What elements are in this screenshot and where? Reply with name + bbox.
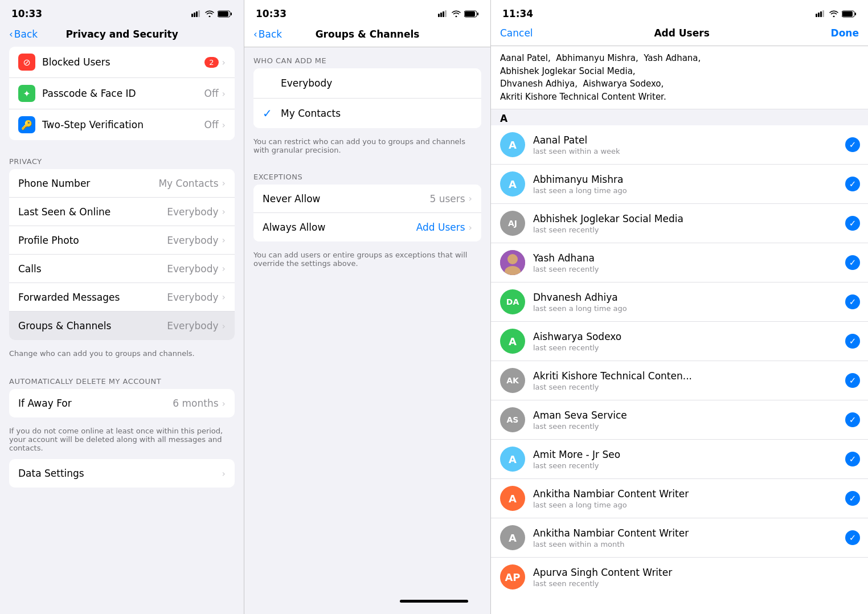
contact-info-aishwarya: Aishwarya Sodexo last seen recently [533, 331, 841, 352]
away-for-item[interactable]: If Away For 6 months › [9, 389, 235, 417]
contact-aman[interactable]: AS Aman Seva Service last seen recently … [491, 400, 868, 440]
contact-ankitha2[interactable]: A Ankitha Nambiar Content Writer last se… [491, 518, 868, 558]
chevron-calls: › [222, 263, 226, 274]
contact-info-ankitha2: Ankitha Nambiar Content Writer last seen… [533, 527, 841, 548]
cancel-button[interactable]: Cancel [500, 27, 533, 39]
avatar-dhvanesh: DA [500, 289, 525, 314]
profile-photo-label: Profile Photo [18, 235, 167, 246]
status-bar-2: 10:33 [244, 0, 490, 24]
profile-photo-value: Everybody [167, 235, 218, 246]
svg-rect-5 [218, 11, 228, 17]
contact-yash[interactable]: Yash Adhana last seen recently ✓ [491, 243, 868, 283]
svg-rect-15 [818, 13, 820, 17]
check-akriti: ✓ [845, 373, 860, 388]
everybody-option[interactable]: ✓ Everybody [253, 68, 481, 99]
svg-rect-7 [438, 14, 440, 17]
never-allow-value: 5 users [429, 193, 465, 204]
check-aanal: ✓ [845, 137, 860, 152]
contact-name-aman: Aman Seva Service [533, 410, 841, 421]
avatar-ankitha1: A [500, 486, 525, 511]
contact-info-amit: Amit More - Jr Seo last seen recently [533, 449, 841, 470]
contact-akriti[interactable]: AK Akriti Kishore Technical Conten... la… [491, 361, 868, 400]
never-allow-label: Never Allow [263, 193, 320, 204]
auto-delete-group: If Away For 6 months › [9, 389, 235, 417]
check-ankitha1: ✓ [845, 491, 860, 506]
profile-photo-item[interactable]: Profile Photo Everybody › [9, 226, 235, 255]
data-settings-item[interactable]: Data Settings › [9, 459, 235, 488]
back-chevron-icon-2: ‹ [253, 28, 257, 40]
avatar-aanal: A [500, 132, 525, 157]
done-button[interactable]: Done [831, 27, 859, 39]
back-button-1[interactable]: ‹ Back [9, 28, 38, 40]
contact-amit[interactable]: A Amit More - Jr Seo last seen recently … [491, 440, 868, 479]
contact-aishwarya[interactable]: A Aishwarya Sodexo last seen recently ✓ [491, 322, 868, 361]
passcode-label: Passcode & Face ID [42, 88, 204, 99]
contact-aanal-patel[interactable]: A Aanal Patel last seen within a week ✓ [491, 125, 868, 165]
contact-status-aishwarya: last seen recently [533, 343, 841, 352]
screen-groups-channels: 10:33 ‹ Back Groups & [244, 0, 491, 614]
forwarded-item[interactable]: Forwarded Messages Everybody › [9, 283, 235, 312]
my-contacts-option[interactable]: ✓ My Contacts [253, 99, 481, 128]
contact-status-ankitha2: last seen within a month [533, 540, 841, 548]
two-step-value: Off [204, 119, 219, 130]
always-allow-item[interactable]: Always Allow Add Users › [253, 213, 481, 241]
check-aishwarya: ✓ [845, 334, 860, 349]
contact-info-abhimanyu: Abhimanyu Mishra last seen a long time a… [533, 174, 841, 195]
check-ankitha2: ✓ [845, 530, 860, 545]
avatar-aishwarya: A [500, 329, 525, 354]
contact-status-dhvanesh: last seen a long time ago [533, 304, 841, 313]
contact-info-yash: Yash Adhana last seen recently [533, 252, 841, 273]
contact-abhishek[interactable]: AJ Abhishek Joglekar Social Media last s… [491, 204, 868, 243]
my-contacts-label: My Contacts [281, 108, 472, 119]
status-icons-2 [438, 10, 479, 18]
always-allow-label: Always Allow [263, 222, 325, 233]
page-title-2: Groups & Channels [316, 28, 420, 40]
contact-status-ankitha1: last seen a long time ago [533, 501, 841, 509]
blocked-icon: ⊘ [18, 54, 35, 71]
away-label: If Away For [18, 398, 173, 409]
two-step-item[interactable]: 🔑 Two-Step Verification Off › [9, 109, 235, 140]
chevron-away: › [222, 398, 226, 409]
chevron-fwd: › [222, 292, 226, 302]
contact-name-yash: Yash Adhana [533, 252, 841, 264]
contact-status-abhishek: last seen recently [533, 226, 841, 234]
screen-add-users: 11:34 Cancel Add Users Done [491, 0, 868, 614]
screen-privacy-security: 10:33 ‹ Back Privacy a [0, 0, 244, 614]
status-icons-3 [816, 10, 857, 18]
check-abhimanyu: ✓ [845, 177, 860, 191]
last-seen-item[interactable]: Last Seen & Online Everybody › [9, 198, 235, 226]
contact-apurva[interactable]: AP Apurva Singh Content Writer last seen… [491, 558, 868, 596]
blocked-users-item[interactable]: ⊘ Blocked Users 2 › [9, 47, 235, 78]
auto-delete-note: If you do not come online at least once … [0, 422, 244, 459]
contact-name-dhvanesh: Dhvanesh Adhiya [533, 292, 841, 303]
never-allow-item[interactable]: Never Allow 5 users › [253, 185, 481, 213]
contact-name-abhishek: Abhishek Joglekar Social Media [533, 213, 841, 224]
passcode-item[interactable]: ✦ Passcode & Face ID Off › [9, 78, 235, 109]
contact-abhimanyu[interactable]: A Abhimanyu Mishra last seen a long time… [491, 165, 868, 204]
contact-status-akriti: last seen recently [533, 383, 841, 391]
contact-name-apurva: Apurva Singh Content Writer [533, 567, 841, 578]
contact-info-aanal: Aanal Patel last seen within a week [533, 134, 841, 155]
contact-info-dhvanesh: Dhvanesh Adhiya last seen a long time ag… [533, 292, 841, 313]
contact-ankitha1[interactable]: A Ankitha Nambiar Content Writer last se… [491, 479, 868, 518]
contact-dhvanesh[interactable]: DA Dhvanesh Adhiya last seen a long time… [491, 283, 868, 322]
avatar-amit: A [500, 447, 525, 472]
svg-rect-3 [198, 10, 200, 17]
phone-number-item[interactable]: Phone Number My Contacts › [9, 169, 235, 198]
svg-rect-20 [855, 13, 856, 15]
selected-users-bar: Aanal Patel, Abhimanyu Mishra, Yash Adha… [491, 46, 868, 109]
home-indicator-2 [400, 600, 468, 603]
wifi-icon-2 [452, 10, 461, 17]
svg-rect-14 [816, 14, 817, 17]
chevron-icon: › [222, 57, 226, 68]
status-time-2: 10:33 [256, 8, 286, 19]
contact-name-abhimanyu: Abhimanyu Mishra [533, 174, 841, 185]
exceptions-group: Never Allow 5 users › Always Allow Add U… [253, 185, 481, 241]
calls-item[interactable]: Calls Everybody › [9, 255, 235, 283]
passcode-icon: ✦ [18, 85, 35, 102]
svg-rect-2 [196, 11, 198, 17]
data-settings-group: Data Settings › [9, 459, 235, 488]
two-step-icon: 🔑 [18, 116, 35, 133]
back-button-2[interactable]: ‹ Back [253, 28, 282, 40]
groups-channels-item[interactable]: Groups & Channels Everybody › [9, 312, 235, 340]
